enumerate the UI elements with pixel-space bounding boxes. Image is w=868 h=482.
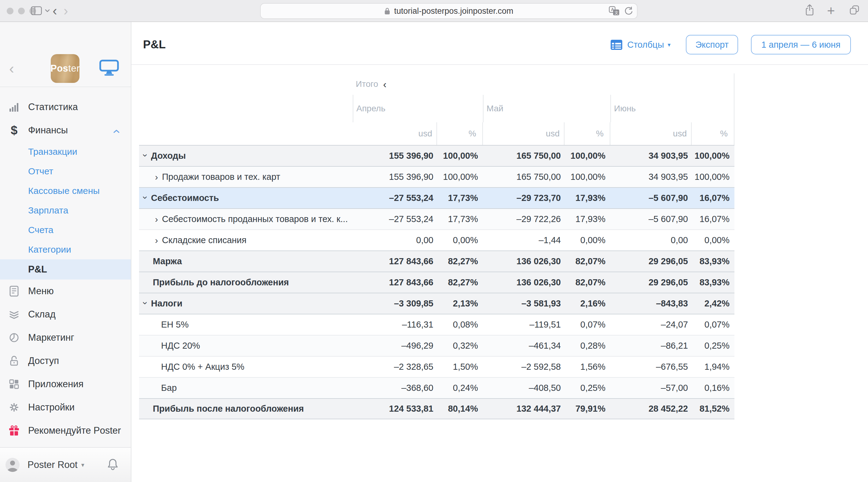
row-label-cell[interactable]: ›Себестоимость проданных товаров и тех. … (139, 209, 353, 229)
amount-value-cell: 165 750,00 (483, 167, 564, 187)
amount-value-cell: –57,00 (610, 378, 692, 398)
row-label-cell[interactable]: ›Себестоимость (139, 188, 353, 208)
collapse-row-icon[interactable]: › (141, 196, 150, 199)
row-label: Прибыль после налогообложения (153, 404, 304, 414)
unit-header: usd (610, 122, 692, 145)
row-label-cell: НДС 0% + Акциз 5% (139, 357, 353, 377)
totals-column-toggle[interactable]: Итого ‹ (353, 74, 735, 95)
sidebar-item-label: Доступ (28, 356, 59, 366)
percent-value-cell: 16,07% (692, 188, 735, 208)
collapse-row-icon[interactable]: › (141, 302, 150, 305)
sidebar-item-access[interactable]: Доступ (0, 349, 131, 372)
sidebar-item-pnl[interactable]: P&L (0, 259, 131, 280)
expand-row-icon[interactable]: › (155, 215, 158, 224)
table-row: ЕН 5%–116,310,08%–119,510,07%–24,070,07% (139, 314, 735, 335)
row-label-cell[interactable]: ›Доходы (139, 146, 353, 166)
reload-icon[interactable] (623, 6, 633, 16)
percent-value-cell: 100,00% (437, 146, 483, 166)
amount-value-cell: –368,60 (353, 378, 437, 398)
notifications-bell-icon[interactable] (107, 458, 119, 472)
amount-value-cell: 127 843,66 (353, 251, 437, 272)
chevron-down-icon[interactable] (44, 9, 50, 12)
sidebar: ‹ Poster Статистика $ Финансы (0, 22, 131, 482)
expand-row-icon[interactable]: › (155, 236, 158, 245)
sidebar-item-stock[interactable]: Склад (0, 303, 131, 326)
sidebar-item-accounts[interactable]: Счета (0, 220, 131, 240)
table-row: НДС 20%–496,290,32%–461,340,28%–86,210,2… (139, 335, 735, 356)
table-columns-icon (611, 40, 622, 50)
percent-value-cell: 0,00% (437, 230, 483, 251)
sidebar-item-categories[interactable]: Категории (0, 240, 131, 259)
amount-value-cell: 34 903,95 (610, 146, 692, 166)
percent-value-cell: 80,14% (437, 399, 483, 419)
sidebar-item-report[interactable]: Отчет (0, 162, 131, 181)
columns-button[interactable]: Столбцы ▾ (611, 40, 671, 50)
percent-value-cell: 17,93% (564, 209, 610, 229)
chevron-up-icon[interactable] (113, 125, 120, 136)
sidebar-item-salary[interactable]: Зарплата (0, 201, 131, 220)
sidebar-item-menu[interactable]: Меню (0, 280, 131, 303)
row-label: НДС 0% + Акциз 5% (161, 362, 245, 372)
row-label: Маржа (153, 256, 182, 266)
amount-value-cell: –24,07 (610, 314, 692, 335)
export-button[interactable]: Экспорт (686, 35, 738, 54)
sidebar-item-label: Финансы (28, 125, 68, 136)
sidebar-item-label: Рекомендуйте Poster (28, 425, 121, 436)
collapse-row-icon[interactable]: › (141, 154, 150, 157)
browser-sidebar-toggle-icon[interactable] (31, 6, 42, 15)
sidebar-item-settings[interactable]: Настройки (0, 396, 131, 419)
page-title: P&L (143, 38, 166, 51)
sidebar-item-recommend[interactable]: Рекомендуйте Poster (0, 419, 131, 442)
translate-icon[interactable]: A文 (609, 6, 620, 16)
user-menu[interactable]: Poster Root (28, 459, 78, 471)
avatar[interactable] (5, 458, 20, 472)
minimize-window-button[interactable] (18, 8, 25, 15)
percent-value-cell: 0,07% (564, 314, 610, 335)
poster-logo[interactable]: Poster (51, 54, 80, 83)
amount-value-cell: –5 607,90 (610, 209, 692, 229)
row-label-cell: НДС 20% (139, 336, 353, 356)
share-icon[interactable] (804, 4, 815, 18)
row-label-cell[interactable]: ›Налоги (139, 293, 353, 314)
close-window-button[interactable] (7, 8, 13, 15)
sidebar-item-statistics[interactable]: Статистика (0, 95, 131, 119)
percent-value-cell: 2,16% (564, 293, 610, 314)
chevron-down-icon[interactable]: ▾ (81, 461, 84, 469)
percent-value-cell: 0,07% (692, 314, 735, 335)
row-label-cell[interactable]: ›Складские списания (139, 230, 353, 251)
row-label: Себестоимость проданных товаров и тех. к… (162, 214, 348, 224)
expand-totals-icon[interactable]: ‹ (383, 79, 386, 89)
row-label: Налоги (151, 299, 183, 309)
amount-value-cell: –5 607,90 (610, 188, 692, 208)
expand-row-icon[interactable]: › (155, 172, 158, 182)
percent-value-cell: 82,07% (564, 251, 610, 272)
table-header-totals-row: Итого ‹ (139, 74, 735, 95)
sidebar-footer: Poster Root ▾ (0, 447, 131, 482)
collapse-sidebar-icon[interactable]: ‹ (9, 61, 14, 76)
pos-terminal-icon[interactable] (99, 59, 119, 78)
sidebar-item-marketing[interactable]: Маркетинг (0, 326, 131, 349)
table-row: НДС 0% + Акциз 5%–2 328,651,50%–2 592,58… (139, 356, 735, 377)
row-label: ЕН 5% (161, 320, 189, 330)
percent-value-cell: 0,25% (564, 378, 610, 398)
row-label-cell[interactable]: ›Продажи товаров и тех. карт (139, 167, 353, 187)
sidebar-item-cash-shifts[interactable]: Кассовые смены (0, 181, 131, 201)
sidebar-item-label: Меню (28, 286, 54, 297)
sidebar-item-finances[interactable]: $ Финансы (0, 119, 131, 142)
lock-icon (384, 7, 390, 15)
sidebar-item-transactions[interactable]: Транзакции (0, 142, 131, 162)
percent-value-cell: 0,00% (692, 230, 735, 251)
sidebar-item-label: Маркетинг (28, 332, 74, 343)
amount-value-cell: 155 396,90 (353, 146, 437, 166)
row-label: НДС 20% (161, 341, 200, 351)
tab-overview-icon[interactable] (849, 5, 860, 17)
forward-button[interactable]: › (64, 4, 68, 18)
date-range-button[interactable]: 1 апреля — 6 июня (751, 35, 851, 54)
back-button[interactable]: ‹ (53, 4, 57, 18)
document-icon (8, 284, 20, 298)
new-tab-icon[interactable]: + (827, 4, 835, 18)
table-row: Прибыль до налогообложения127 843,6682,2… (139, 272, 735, 293)
sidebar-item-apps[interactable]: Приложения (0, 372, 131, 396)
table-row: Бар–368,600,24%–408,500,25%–57,000,16% (139, 377, 735, 398)
address-bar[interactable]: tutorial-posterpos.joinposter.com A文 (260, 3, 638, 19)
